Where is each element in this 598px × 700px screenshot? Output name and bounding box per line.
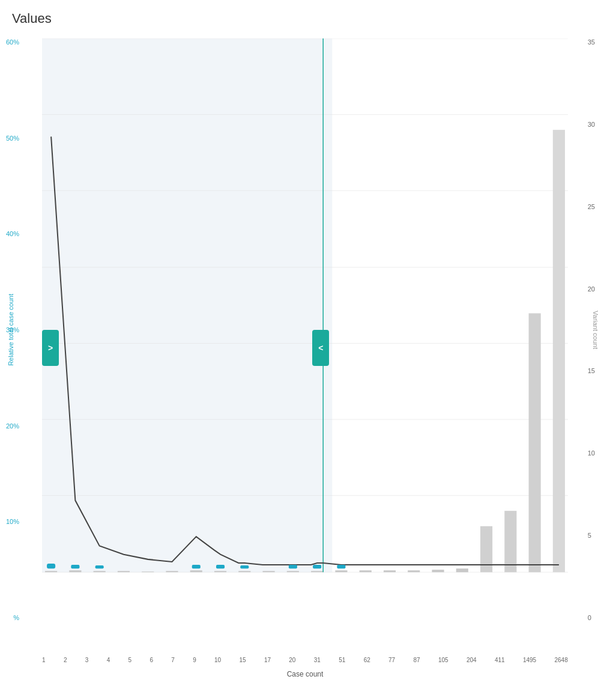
x-label-204: 204	[467, 657, 477, 663]
svg-rect-11	[94, 571, 106, 572]
svg-rect-39	[313, 565, 321, 568]
x-label-7: 7	[171, 657, 175, 663]
svg-rect-23	[384, 570, 396, 572]
x-label-87: 87	[414, 657, 420, 663]
chart-container: Relative total case count 60% 50% 40% 30…	[0, 32, 598, 693]
y-left-60: 60%	[6, 38, 19, 46]
svg-rect-20	[311, 571, 323, 572]
svg-rect-19	[287, 571, 299, 572]
y-left-20: 20%	[6, 422, 19, 430]
svg-rect-0	[42, 38, 332, 572]
svg-rect-13	[142, 571, 154, 572]
x-label-17: 17	[264, 657, 271, 663]
x-label-62: 62	[364, 657, 370, 663]
y-axis-right-title: Variant count	[592, 38, 598, 621]
x-label-411: 411	[495, 657, 505, 663]
svg-rect-40	[337, 565, 345, 568]
x-label-77: 77	[388, 657, 395, 663]
svg-rect-35	[192, 565, 201, 568]
y-left-50: 50%	[6, 135, 19, 142]
svg-rect-12	[118, 571, 130, 572]
chart-area: Relative total case count 60% 50% 40% 30…	[42, 38, 568, 645]
x-axis: 1 2 3 4 5 6 7 9 10 15 17 20 31 51 62 77 …	[42, 657, 568, 663]
x-label-20: 20	[289, 657, 295, 663]
svg-rect-37	[240, 565, 249, 568]
x-label-4: 4	[107, 657, 110, 663]
svg-rect-26	[456, 568, 468, 572]
y-right-title-text: Variant count	[592, 311, 598, 349]
slider-handle-right[interactable]: <	[312, 330, 329, 366]
x-label-10: 10	[214, 657, 221, 663]
svg-rect-22	[360, 570, 372, 572]
svg-rect-15	[190, 570, 202, 572]
x-label-3: 3	[85, 657, 89, 663]
y-left-10: 10%	[6, 518, 19, 525]
svg-rect-17	[238, 571, 250, 572]
x-label-2: 2	[64, 657, 67, 663]
x-label-6: 6	[150, 657, 153, 663]
y-right-5: 5	[588, 532, 591, 539]
x-label-31: 31	[314, 657, 321, 663]
y-left-40: 40%	[6, 230, 19, 237]
svg-rect-30	[553, 130, 565, 572]
svg-rect-36	[216, 565, 225, 568]
slider-left-arrow: >	[48, 343, 53, 353]
x-label-5: 5	[128, 657, 132, 663]
svg-rect-24	[408, 570, 420, 572]
y-left-0: %	[13, 614, 19, 621]
x-label-105: 105	[438, 657, 448, 663]
svg-rect-21	[335, 570, 347, 572]
svg-rect-10	[69, 570, 81, 572]
x-label-51: 51	[339, 657, 345, 663]
y-axis-left: 60% 50% 40% 30% 20% 10% %	[6, 38, 19, 621]
slider-handle-left[interactable]: >	[42, 330, 59, 366]
svg-rect-38	[289, 565, 297, 568]
svg-rect-33	[71, 565, 79, 568]
slider-right-arrow: <	[318, 343, 323, 353]
x-label-1495: 1495	[523, 657, 536, 663]
x-label-2648: 2648	[555, 657, 568, 663]
svg-rect-25	[432, 570, 444, 572]
y-right-0: 0	[588, 614, 591, 621]
y-left-30: 30%	[6, 326, 19, 333]
svg-rect-18	[263, 571, 275, 572]
x-label-15: 15	[239, 657, 246, 663]
svg-rect-32	[47, 564, 55, 568]
x-axis-title: Case count	[287, 670, 324, 678]
x-label-9: 9	[193, 657, 196, 663]
svg-rect-14	[166, 571, 178, 572]
x-label-1: 1	[42, 657, 46, 663]
svg-rect-29	[529, 313, 541, 572]
chart-svg	[42, 38, 568, 621]
svg-rect-9	[45, 571, 57, 572]
svg-rect-16	[214, 571, 226, 572]
svg-rect-28	[504, 511, 516, 572]
svg-rect-34	[95, 565, 104, 568]
page-title: Values	[0, 0, 598, 32]
